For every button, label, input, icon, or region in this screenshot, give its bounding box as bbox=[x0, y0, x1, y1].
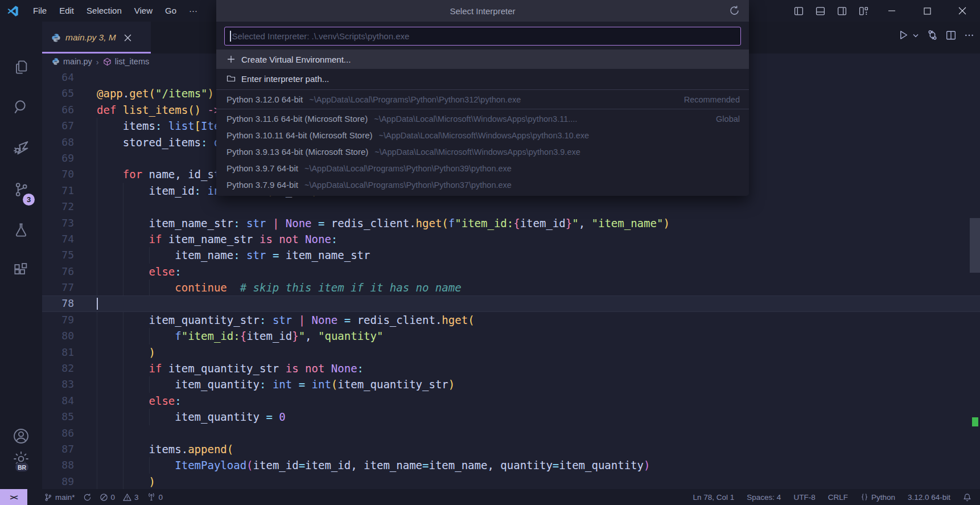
interpreter-list-item[interactable]: Python 3.12.0 64-bit~\AppData\Local\Prog… bbox=[216, 91, 749, 108]
interpreter-list-item[interactable]: Python 3.10.11 64-bit (Microsoft Store)~… bbox=[216, 127, 749, 143]
line-number: 66 bbox=[42, 102, 74, 118]
code-line[interactable]: 82 if item_quantity_str is not None: bbox=[42, 360, 980, 376]
menu-item[interactable]: Edit bbox=[53, 0, 80, 22]
line-number: 72 bbox=[42, 199, 74, 215]
profile-badge[interactable]: BR bbox=[15, 462, 29, 472]
breadcrumb-symbol[interactable]: list_items bbox=[115, 57, 149, 66]
status-label: 0 bbox=[159, 493, 163, 502]
interpreter-list-item[interactable]: Create Virtual Environment... bbox=[216, 50, 749, 69]
editor-scrollbar[interactable] bbox=[970, 218, 980, 273]
code-text: f"item_id:{item_id}", "quantity" bbox=[97, 328, 383, 344]
code-text: else: bbox=[97, 264, 182, 280]
code-line[interactable]: 76 else: bbox=[42, 264, 980, 280]
menu-item[interactable]: File bbox=[27, 0, 53, 22]
code-line[interactable]: 77 continue # skip this item if it has n… bbox=[42, 280, 980, 295]
code-text: if item_quantity_str is not None: bbox=[97, 360, 364, 376]
status-item-sync[interactable] bbox=[79, 493, 96, 502]
code-line[interactable]: 79 item_quantity_str: str | None = redis… bbox=[42, 312, 980, 328]
code-line[interactable]: 87 items.append( bbox=[42, 441, 980, 457]
close-button[interactable] bbox=[945, 0, 980, 22]
status-label: main* bbox=[55, 493, 75, 502]
toggle-secondary-sidebar-icon[interactable] bbox=[831, 0, 853, 22]
status-item-bell[interactable] bbox=[959, 493, 975, 502]
status-item[interactable]: CRLF bbox=[824, 493, 852, 502]
accounts-icon[interactable] bbox=[12, 427, 30, 445]
menu-item[interactable]: Selection bbox=[80, 0, 128, 22]
status-item[interactable]: 3.12.0 64-bit bbox=[904, 493, 954, 502]
run-dropdown-chevron-icon[interactable] bbox=[912, 32, 919, 39]
status-item-error[interactable]: 0 bbox=[96, 493, 120, 502]
code-text: else: bbox=[97, 393, 182, 409]
status-item[interactable]: Spaces: 4 bbox=[743, 493, 785, 502]
status-label: 0 bbox=[111, 493, 116, 502]
status-item-tower[interactable]: 0 bbox=[143, 492, 167, 502]
minimize-button[interactable] bbox=[874, 0, 909, 22]
status-label: Spaces: 4 bbox=[747, 493, 781, 502]
search-icon[interactable] bbox=[12, 98, 30, 116]
remote-indicator[interactable]: >< bbox=[0, 489, 27, 505]
code-line[interactable]: 75 item_name: str = item_name_str bbox=[42, 247, 980, 263]
code-line[interactable]: 72 bbox=[42, 199, 980, 215]
status-item-braces[interactable]: Python bbox=[857, 493, 899, 502]
text-caret bbox=[230, 31, 231, 42]
menu-item[interactable]: Go bbox=[159, 0, 183, 22]
status-label: 3.12.0 64-bit bbox=[908, 493, 950, 502]
interpreter-list: Create Virtual Environment...Enter inter… bbox=[216, 46, 749, 196]
tab-main-py[interactable]: main.py 3, M bbox=[42, 22, 151, 54]
status-item-warning[interactable]: 3 bbox=[119, 493, 143, 502]
customize-layout-icon[interactable] bbox=[853, 0, 874, 22]
code-text: ItemPayload(item_id=item_id, item_name=i… bbox=[97, 457, 650, 473]
code-line[interactable]: 84 else: bbox=[42, 393, 980, 409]
status-item[interactable]: UTF-8 bbox=[789, 493, 819, 502]
item-label: Python 3.12.0 64-bit bbox=[227, 95, 303, 104]
open-changes-icon[interactable] bbox=[927, 30, 938, 40]
code-line[interactable]: 85 item_quantity = 0 bbox=[42, 409, 980, 425]
extensions-icon[interactable] bbox=[12, 261, 30, 280]
code-line[interactable]: 89 ) bbox=[42, 474, 980, 490]
status-label: CRLF bbox=[828, 493, 848, 502]
status-label: Python bbox=[871, 493, 895, 502]
code-line[interactable]: 78 bbox=[42, 295, 980, 311]
item-label: Python 3.9.7 64-bit bbox=[227, 163, 298, 173]
run-debug-icon[interactable] bbox=[11, 138, 31, 157]
refresh-interpreters-icon[interactable] bbox=[729, 5, 740, 16]
run-python-file-icon[interactable] bbox=[898, 30, 909, 40]
code-line[interactable]: 81 ) bbox=[42, 344, 980, 360]
interpreter-list-item[interactable]: Python 3.9.7 64-bit~\AppData\Local\Progr… bbox=[216, 160, 749, 176]
more-actions-icon[interactable] bbox=[964, 30, 974, 40]
code-line[interactable]: 86 bbox=[42, 425, 980, 441]
toggle-panel-icon[interactable] bbox=[809, 0, 831, 22]
code-line[interactable]: 73 item_name_str: str | None = redis_cli… bbox=[42, 215, 980, 231]
menu-item[interactable]: View bbox=[128, 0, 159, 22]
dialog-header[interactable]: Select Interpreter bbox=[216, 0, 749, 22]
testing-icon[interactable] bbox=[12, 221, 30, 239]
menu-item[interactable]: ··· bbox=[183, 0, 204, 22]
tab-close-icon[interactable] bbox=[124, 34, 131, 42]
dialog-title: Select Interpreter bbox=[450, 6, 515, 16]
input-placeholder: Selected Interpreter: .\.venv\Scripts\py… bbox=[232, 31, 410, 41]
split-editor-icon[interactable] bbox=[946, 30, 956, 40]
item-path: ~\AppData\Local\Microsoft\WindowsApps\py… bbox=[374, 147, 740, 157]
line-number: 81 bbox=[42, 344, 74, 360]
maximize-button[interactable] bbox=[909, 0, 945, 22]
explorer-icon[interactable] bbox=[12, 58, 30, 76]
status-item[interactable]: Ln 78, Col 1 bbox=[689, 493, 739, 502]
item-path: ~\AppData\Local\Microsoft\WindowsApps\py… bbox=[379, 131, 740, 140]
interpreter-search-input[interactable]: Selected Interpreter: .\.venv\Scripts\py… bbox=[224, 27, 741, 46]
item-label: Python 3.11.6 64-bit (Microsoft Store) bbox=[227, 114, 368, 124]
line-number: 77 bbox=[42, 280, 74, 295]
menu-bar: FileEditSelectionViewGo··· bbox=[27, 0, 204, 22]
toggle-sidebar-icon[interactable] bbox=[788, 0, 809, 22]
interpreter-list-item[interactable]: Python 3.11.6 64-bit (Microsoft Store)~\… bbox=[216, 110, 749, 127]
interpreter-list-item[interactable]: Enter interpreter path... bbox=[216, 69, 749, 88]
code-line[interactable]: 83 item_quantity: int = int(item_quantit… bbox=[42, 376, 980, 392]
status-item-branch[interactable]: main* bbox=[40, 493, 79, 502]
code-line[interactable]: 80 f"item_id:{item_id}", "quantity" bbox=[42, 328, 980, 344]
code-line[interactable]: 88 ItemPayload(item_id=item_id, item_nam… bbox=[42, 457, 980, 473]
plus-icon bbox=[227, 55, 236, 64]
interpreter-list-item[interactable]: Python 3.9.13 64-bit (Microsoft Store)~\… bbox=[216, 143, 749, 160]
interpreter-list-item[interactable]: Python 3.7.9 64-bit~\AppData\Local\Progr… bbox=[216, 176, 749, 193]
code-line[interactable]: 74 if item_name_str is not None: bbox=[42, 231, 980, 247]
breadcrumb-file[interactable]: main.py bbox=[63, 57, 92, 66]
item-badge: Recommended bbox=[684, 95, 740, 104]
